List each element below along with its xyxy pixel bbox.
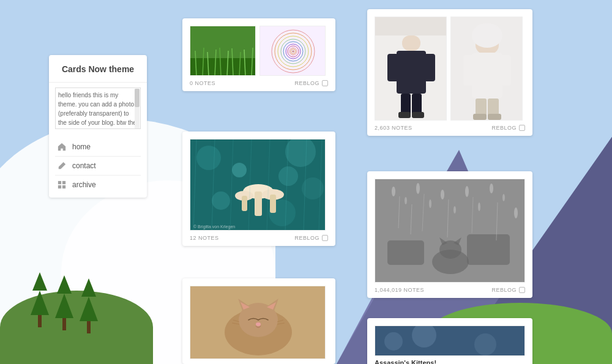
grid-icon	[58, 180, 66, 189]
card-3-reblog[interactable]: REBLOG	[294, 235, 328, 241]
sidebar: Cards Now theme hello friends this is my…	[49, 55, 147, 198]
svg-rect-46	[488, 114, 501, 120]
reblog-icon-4	[519, 287, 525, 293]
svg-rect-60	[242, 196, 247, 211]
sidebar-item-home[interactable]: home	[49, 138, 147, 156]
svg-point-81	[478, 202, 480, 211]
reblog-icon-1	[322, 80, 328, 86]
card-1-images	[190, 26, 328, 76]
card-1-notes: 0 NOTES	[190, 80, 215, 86]
svg-rect-42	[500, 55, 511, 86]
card-5-images	[190, 286, 328, 359]
svg-rect-29	[397, 51, 426, 94]
card-2-images	[375, 17, 525, 121]
svg-point-111	[474, 333, 496, 355]
card-5-image-kitten	[190, 286, 326, 359]
spiral-image	[260, 26, 326, 76]
svg-rect-40	[472, 53, 502, 98]
card-2-reblog[interactable]: REBLOG	[491, 125, 525, 131]
card-1-footer: 0 NOTES REBLOG	[190, 76, 328, 86]
svg-point-78	[441, 190, 444, 199]
sidebar-scrollbar-thumb	[135, 89, 140, 107]
svg-rect-36	[375, 17, 447, 35]
svg-point-77	[429, 199, 431, 208]
svg-text:© Brigitta von Krlegen: © Brigitta von Krlegen	[193, 225, 235, 229]
svg-point-80	[465, 186, 469, 197]
tree-3	[80, 291, 98, 333]
mushroom-image: © Brigitta von Krlegen	[190, 139, 326, 231]
fashion-right-image	[451, 17, 523, 121]
kitten-image	[190, 286, 326, 359]
svg-rect-3	[62, 185, 65, 188]
svg-point-84	[514, 207, 518, 218]
svg-rect-1	[62, 180, 65, 184]
card-5	[182, 278, 335, 364]
card-1-image-grass	[190, 26, 256, 76]
sidebar-contact-label: contact	[72, 162, 96, 170]
svg-point-83	[502, 194, 505, 201]
card-3-footer: 12 NOTES REBLOG	[190, 231, 328, 241]
card-1-image-spiral	[259, 26, 326, 76]
svg-point-51	[212, 191, 230, 210]
assassin-image	[375, 326, 525, 356]
card-4-images	[375, 179, 525, 283]
svg-rect-28	[402, 35, 420, 51]
svg-rect-41	[463, 55, 474, 86]
card-2-image-right	[450, 17, 523, 121]
sidebar-item-contact[interactable]: contact	[49, 157, 147, 175]
card-6: Assassin's Kittens!	[367, 318, 532, 364]
svg-point-109	[384, 332, 403, 351]
svg-point-79	[453, 206, 456, 214]
svg-rect-2	[58, 185, 61, 188]
svg-point-54	[278, 166, 298, 186]
tree-1	[31, 284, 49, 327]
card-2: 2,603 NOTES REBLOG	[367, 9, 532, 136]
card-1: 0 NOTES REBLOG	[182, 18, 335, 91]
sidebar-home-label: home	[72, 143, 91, 151]
svg-rect-35	[412, 112, 424, 118]
hill-green-left	[0, 291, 153, 364]
card-2-notes: 2,603 NOTES	[375, 125, 412, 131]
svg-point-76	[416, 183, 420, 194]
sidebar-scrollbar[interactable]	[135, 89, 140, 129]
card-3-images: © Brigitta von Krlegen	[190, 139, 328, 231]
svg-rect-45	[473, 114, 487, 120]
svg-rect-73	[467, 234, 510, 265]
home-icon	[58, 143, 66, 151]
svg-point-53	[232, 163, 247, 177]
svg-rect-72	[387, 240, 424, 265]
card-3-image-mushroom: © Brigitta von Krlegen	[190, 139, 326, 231]
sidebar-archive-label: archive	[72, 180, 96, 189]
svg-point-39	[472, 23, 502, 48]
edit-icon	[58, 162, 66, 170]
card-3-notes: 12 NOTES	[190, 235, 219, 241]
card-4-reblog[interactable]: REBLOG	[491, 287, 525, 293]
svg-rect-33	[412, 94, 422, 115]
card-3: © Brigitta von Krlegen 12 NOTES REBLOG	[182, 132, 335, 246]
card-6-images	[375, 325, 525, 356]
card-2-image-left	[375, 17, 447, 121]
card-2-footer: 2,603 NOTES REBLOG	[375, 121, 525, 131]
grass-image	[190, 26, 256, 76]
card-4-footer: 1,044,019 NOTES REBLOG	[375, 283, 525, 293]
sidebar-description: hello friends this is my theme. you can …	[55, 87, 141, 129]
card-1-reblog[interactable]: REBLOG	[294, 80, 328, 86]
svg-rect-58	[270, 195, 276, 213]
card-4-notes: 1,044,019 NOTES	[375, 287, 424, 293]
fashion-left-image	[375, 17, 447, 121]
reblog-icon-2	[519, 125, 525, 131]
sidebar-nav: home contact archive	[49, 134, 147, 198]
svg-rect-31	[424, 54, 435, 81]
svg-point-82	[490, 184, 493, 193]
svg-point-74	[392, 187, 395, 196]
tree-2	[55, 288, 73, 330]
svg-rect-56	[255, 191, 262, 216]
card-6-image	[375, 325, 525, 356]
svg-rect-5	[190, 58, 256, 76]
sidebar-item-archive[interactable]: archive	[49, 176, 147, 194]
svg-point-26	[292, 50, 294, 53]
card-4-image-rain	[375, 179, 525, 283]
sidebar-title: Cards Now theme	[49, 55, 147, 83]
svg-point-75	[405, 197, 407, 204]
svg-point-48	[196, 146, 221, 170]
